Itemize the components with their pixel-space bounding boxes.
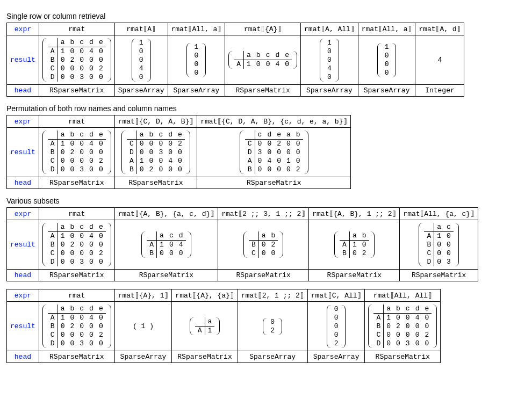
- row-label-expr: expr: [7, 115, 39, 128]
- head-cell: RSparseMatrix: [197, 177, 351, 189]
- head-cell: RSparseMatrix: [39, 177, 114, 189]
- head-cell: RSparseMatrix: [39, 85, 114, 97]
- head-cell: SparseArray: [114, 85, 168, 97]
- expr-rmat-all-a-2: rmat⟦All, a⟧: [358, 23, 415, 35]
- head-cell: SparseArray: [238, 351, 307, 363]
- expr-rmat: rmat: [39, 208, 114, 220]
- result-perm-cdab-cdeab: cdeabC00200D30000A04010B00002: [197, 128, 351, 177]
- row-label-head: head: [7, 177, 39, 189]
- result-scalar-ad: 4: [415, 35, 464, 85]
- result-a-a: aA1: [172, 302, 238, 351]
- result-base-matrix: abcdeA10040B02000C00002D00300: [39, 128, 114, 177]
- result-vec-a-all: 10040: [301, 35, 358, 85]
- head-cell: RSparseMatrix: [39, 270, 114, 281]
- row-label-head: head: [7, 351, 39, 363]
- row-label-expr: expr: [7, 208, 39, 220]
- head-cell: Integer: [415, 85, 464, 97]
- head-cell: SparseArray: [114, 351, 172, 363]
- expr-rmat-a: rmat⟦A⟧: [114, 23, 168, 35]
- expr-rmat-a-d: rmat⟦A, d⟧: [415, 23, 464, 35]
- head-cell: RSparseMatrix: [218, 270, 309, 281]
- section-title-3: Various subsets: [6, 197, 526, 205]
- result-row-one: ( 1 ): [114, 302, 172, 351]
- expr-a-1: rmat⟦{A}, 1⟧: [114, 289, 172, 302]
- expr-a-a: rmat⟦{A}, {a}⟧: [172, 289, 238, 302]
- section-title-1: Single row or column retrieval: [6, 12, 526, 20]
- expr-rmat-a-all: rmat⟦A, All⟧: [301, 23, 358, 35]
- result-base-matrix: abcdeA10040B02000C00002D00300: [39, 302, 114, 351]
- row-label-result: result: [7, 302, 39, 351]
- head-cell: SparseArray: [307, 351, 365, 363]
- expr-ab-acd: rmat⟦{A, B}, {a, c, d}⟧: [114, 208, 218, 220]
- table-subsets-1: expr rmat rmat⟦{A, B}, {a, c, d}⟧ rmat⟦2…: [6, 207, 478, 281]
- head-cell: SparseArray: [358, 85, 415, 97]
- row-label-expr: expr: [7, 289, 39, 302]
- section-title-2: Permutation of both row names and column…: [6, 104, 526, 113]
- head-cell: RSparseMatrix: [172, 351, 238, 363]
- table-permutation: expr rmat rmat⟦{C, D, A, B}⟧ rmat⟦{C, D,…: [6, 115, 351, 189]
- head-cell: RSparseMatrix: [365, 351, 441, 363]
- row-label-result: result: [7, 220, 39, 270]
- result-base-matrix: abcdeA10040B02000C00002D00300: [39, 220, 114, 270]
- head-cell: SparseArray: [301, 85, 358, 97]
- table-single-row-col: expr rmat rmat⟦A⟧ rmat⟦All, a⟧ rmat⟦{A}⟧…: [6, 23, 464, 97]
- expr-rmat: rmat: [39, 115, 114, 128]
- expr-cdab: rmat⟦{C, D, A, B}⟧: [114, 115, 197, 128]
- result-brace-a: abcdeA10040: [225, 35, 301, 85]
- result-all-all: abcdeA10040B02000C00002D00300: [365, 302, 441, 351]
- result-2-1to2: 02: [238, 302, 307, 351]
- head-cell: RSparseMatrix: [39, 351, 114, 363]
- expr-all-ac: rmat⟦All, {a, c}⟧: [400, 208, 478, 220]
- expr-cdab-cdeab: rmat⟦{C, D, A, B}, {c, d, e, a, b}⟧: [197, 115, 351, 128]
- result-all-ac: acA10B00C00D03: [400, 220, 478, 270]
- expr-rmat: rmat: [39, 23, 114, 35]
- row-label-result: result: [7, 128, 39, 177]
- row-label-head: head: [7, 85, 39, 97]
- head-cell: RSparseMatrix: [114, 270, 218, 281]
- row-label-head: head: [7, 270, 39, 281]
- expr-rmat-all-a: rmat⟦All, a⟧: [168, 23, 225, 35]
- row-label-expr: expr: [7, 23, 39, 35]
- result-perm-cdab: abcdeC00002D00300A10040B02000: [114, 128, 197, 177]
- result-23-12: abB02C00: [218, 220, 309, 270]
- result-base-matrix: abcdeA10040B02000C00002D00300: [39, 35, 114, 85]
- head-cell: RSparseMatrix: [309, 270, 400, 281]
- result-ab-1to2: abA10B02: [309, 220, 400, 270]
- result-vec-a: 10040: [114, 35, 168, 85]
- expr-ab-1to2: rmat⟦{A, B}, 1 ;; 2⟧: [309, 208, 400, 220]
- head-cell: RSparseMatrix: [400, 270, 478, 281]
- expr-c-all: rmat⟦C, All⟧: [307, 289, 365, 302]
- table-subsets-2: expr rmat rmat⟦{A}, 1⟧ rmat⟦{A}, {a}⟧ rm…: [6, 289, 441, 363]
- row-label-result: result: [7, 35, 39, 85]
- expr-2-1to2: rmat⟦2, 1 ;; 2⟧: [238, 289, 307, 302]
- head-cell: RSparseMatrix: [225, 85, 301, 97]
- expr-23-12: rmat⟦2 ;; 3, 1 ;; 2⟧: [218, 208, 309, 220]
- result-ab-acd: acdA104B000: [114, 220, 218, 270]
- result-vec-all-a: 1000: [168, 35, 225, 85]
- head-cell: SparseArray: [168, 85, 225, 97]
- head-cell: RSparseMatrix: [114, 177, 197, 189]
- result-vec-all-a-2: 1000: [358, 35, 415, 85]
- expr-rmat: rmat: [39, 289, 114, 302]
- expr-all-all: rmat⟦All, All⟧: [365, 289, 441, 302]
- expr-rmat-brace-a: rmat⟦{A}⟧: [225, 23, 301, 35]
- result-c-all: 00002: [307, 302, 365, 351]
